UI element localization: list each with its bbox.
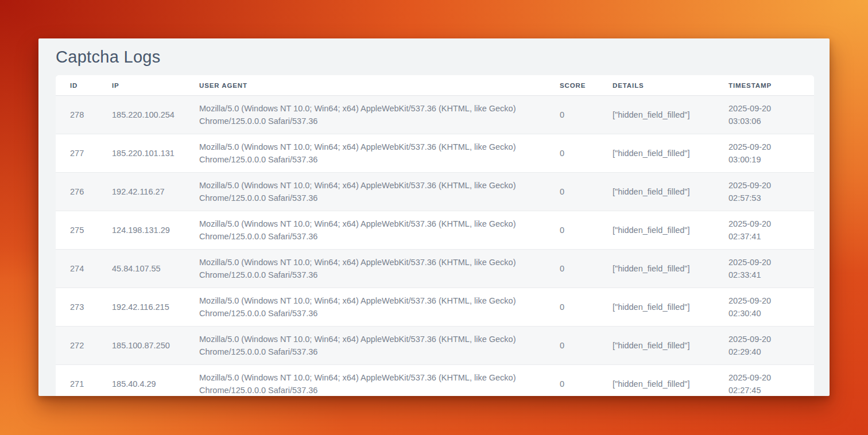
cell-details: ["hidden_field_filled"] [598, 365, 714, 397]
cell-id: 273 [56, 288, 98, 327]
cell-score: 0 [545, 96, 598, 134]
table-header: ID IP USER AGENT SCORE DETAILS TIMESTAMP [56, 75, 814, 96]
cell-user-agent: Mozilla/5.0 (Windows NT 10.0; Win64; x64… [185, 365, 545, 397]
captcha-logs-table: ID IP USER AGENT SCORE DETAILS TIMESTAMP… [56, 75, 814, 396]
column-header-id: ID [56, 75, 98, 96]
table-row: 272 185.100.87.250 Mozilla/5.0 (Windows … [56, 327, 814, 365]
table-row: 277 185.220.101.131 Mozilla/5.0 (Windows… [56, 134, 814, 173]
cell-details: ["hidden_field_filled"] [598, 96, 714, 134]
cell-score: 0 [545, 134, 598, 173]
cell-timestamp: 2025-09-20 02:37:41 [714, 211, 814, 250]
cell-details: ["hidden_field_filled"] [598, 288, 714, 327]
cell-score: 0 [545, 211, 598, 250]
timestamp-value: 2025-09-20 02:30:40 [728, 294, 786, 320]
cell-score: 0 [545, 365, 598, 397]
page-title: Captcha Logs [56, 47, 812, 67]
cell-score: 0 [545, 327, 598, 365]
cell-details: ["hidden_field_filled"] [598, 211, 714, 250]
cell-id: 278 [56, 96, 98, 134]
table-row: 278 185.220.100.254 Mozilla/5.0 (Windows… [56, 96, 814, 134]
cell-ip: 192.42.116.215 [98, 288, 185, 327]
table-row: 276 192.42.116.27 Mozilla/5.0 (Windows N… [56, 173, 814, 211]
table-header-row: ID IP USER AGENT SCORE DETAILS TIMESTAMP [56, 75, 814, 96]
table-body: 278 185.220.100.254 Mozilla/5.0 (Windows… [56, 96, 814, 397]
cell-id: 274 [56, 250, 98, 288]
column-header-details: DETAILS [598, 75, 714, 96]
timestamp-value: 2025-09-20 02:27:45 [728, 371, 786, 396]
column-header-score: SCORE [545, 75, 598, 96]
cell-timestamp: 2025-09-20 02:33:41 [714, 250, 814, 288]
cell-timestamp: 2025-09-20 02:27:45 [714, 365, 814, 397]
cell-ip: 45.84.107.55 [98, 250, 185, 288]
cell-user-agent: Mozilla/5.0 (Windows NT 10.0; Win64; x64… [185, 134, 545, 173]
table-row: 275 124.198.131.29 Mozilla/5.0 (Windows … [56, 211, 814, 250]
column-header-ip: IP [98, 75, 185, 96]
cell-timestamp: 2025-09-20 03:03:06 [714, 96, 814, 134]
page-background: { "page": { "title": "Captcha Logs" }, "… [0, 0, 868, 435]
cell-timestamp: 2025-09-20 02:30:40 [714, 288, 814, 327]
cell-user-agent: Mozilla/5.0 (Windows NT 10.0; Win64; x64… [185, 327, 545, 365]
cell-details: ["hidden_field_filled"] [598, 250, 714, 288]
cell-timestamp: 2025-09-20 02:29:40 [714, 327, 814, 365]
cell-user-agent: Mozilla/5.0 (Windows NT 10.0; Win64; x64… [185, 96, 545, 134]
timestamp-value: 2025-09-20 02:33:41 [728, 256, 786, 281]
cell-details: ["hidden_field_filled"] [598, 327, 714, 365]
timestamp-value: 2025-09-20 02:29:40 [728, 333, 786, 358]
cell-id: 275 [56, 211, 98, 250]
cell-id: 272 [56, 327, 98, 365]
cell-ip: 185.220.101.131 [98, 134, 185, 173]
timestamp-value: 2025-09-20 03:03:06 [728, 102, 786, 127]
cell-user-agent: Mozilla/5.0 (Windows NT 10.0; Win64; x64… [185, 211, 545, 250]
cell-user-agent: Mozilla/5.0 (Windows NT 10.0; Win64; x64… [185, 288, 545, 327]
cell-ip: 124.198.131.29 [98, 211, 185, 250]
table-row: 273 192.42.116.215 Mozilla/5.0 (Windows … [56, 288, 814, 327]
cell-details: ["hidden_field_filled"] [598, 173, 714, 211]
timestamp-value: 2025-09-20 03:00:19 [728, 141, 786, 166]
cell-id: 277 [56, 134, 98, 173]
table-row: 274 45.84.107.55 Mozilla/5.0 (Windows NT… [56, 250, 814, 288]
cell-id: 271 [56, 365, 98, 397]
table-row: 271 185.40.4.29 Mozilla/5.0 (Windows NT … [56, 365, 814, 397]
cell-timestamp: 2025-09-20 02:57:53 [714, 173, 814, 211]
captcha-logs-table-card: ID IP USER AGENT SCORE DETAILS TIMESTAMP… [56, 75, 814, 396]
cell-ip: 185.220.100.254 [98, 96, 185, 134]
cell-timestamp: 2025-09-20 03:00:19 [714, 134, 814, 173]
cell-user-agent: Mozilla/5.0 (Windows NT 10.0; Win64; x64… [185, 250, 545, 288]
cell-ip: 185.100.87.250 [98, 327, 185, 365]
cell-score: 0 [545, 173, 598, 211]
cell-details: ["hidden_field_filled"] [598, 134, 714, 173]
captcha-logs-panel: Captcha Logs ID IP USER AGENT SCORE DETA… [38, 38, 830, 396]
cell-ip: 185.40.4.29 [98, 365, 185, 397]
timestamp-value: 2025-09-20 02:37:41 [728, 218, 786, 243]
column-header-timestamp: TIMESTAMP [714, 75, 814, 96]
timestamp-value: 2025-09-20 02:57:53 [728, 179, 786, 204]
cell-score: 0 [545, 250, 598, 288]
column-header-user-agent: USER AGENT [185, 75, 545, 96]
cell-id: 276 [56, 173, 98, 211]
cell-user-agent: Mozilla/5.0 (Windows NT 10.0; Win64; x64… [185, 173, 545, 211]
cell-ip: 192.42.116.27 [98, 173, 185, 211]
cell-score: 0 [545, 288, 598, 327]
